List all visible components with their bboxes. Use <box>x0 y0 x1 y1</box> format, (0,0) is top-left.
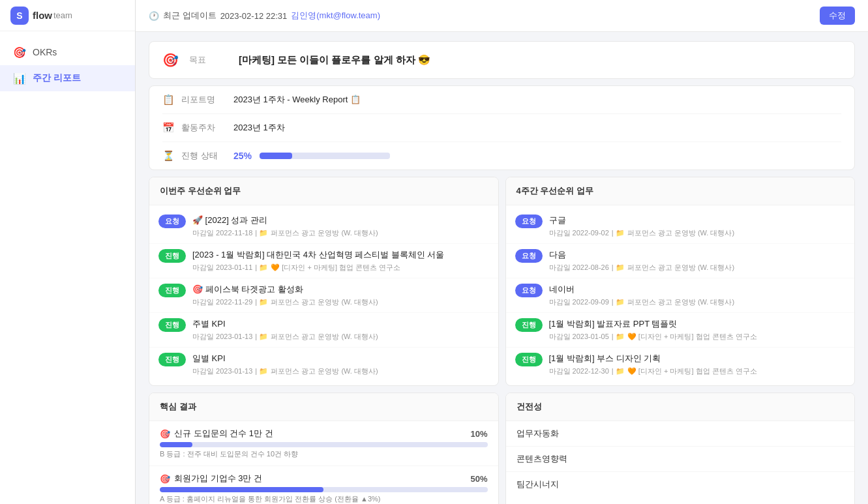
progress-bar-fill <box>260 153 292 159</box>
task-content: 구글 마감일 2022-09-02 | 📁 퍼포먼스 광고 운영방 (W. 대행… <box>549 215 846 238</box>
main-content: 🕐 최근 업데이트 2023-02-12 22:31 김인영(mkt@flow.… <box>136 0 868 504</box>
task-folder-icon: | 📁 <box>612 367 625 376</box>
task-folder-icon: | 📁 <box>255 263 268 272</box>
sidebar-nav: 🎯 OKRs 📊 주간 리포트 <box>0 31 135 99</box>
update-label: 최근 업데이트 <box>163 10 217 22</box>
progress-bar-bg <box>260 153 390 159</box>
task-meta: 마감일 2023-01-13 | 📁 퍼포먼스 광고 운영방 (W. 대행사) <box>192 332 489 342</box>
topbar: 🕐 최근 업데이트 2023-02-12 22:31 김인영(mkt@flow.… <box>136 0 868 32</box>
report-name-row: 📋 리포트명 2023년 1주차 - Weekly Report 📋 <box>162 86 841 114</box>
goal-label: 목표 <box>189 54 228 66</box>
result-pct: 50% <box>470 474 487 484</box>
edit-button[interactable]: 수정 <box>820 7 855 25</box>
task-channel: 🧡 [디자인 + 마케팅] 협업 콘텐츠 연구소 <box>627 332 757 342</box>
report-name-label: 리포트명 <box>181 94 233 106</box>
okrs-icon: 🎯 <box>13 46 26 59</box>
task-item[interactable]: 요청 다음 마감일 2022-08-26 | 📁 퍼포먼스 광고 운영방 (W.… <box>506 244 855 278</box>
this-week-task-list: 요청 🚀 [2022] 성과 관리 마감일 2022-11-18 | 📁 퍼포먼… <box>149 205 498 385</box>
sidebar-item-okrs[interactable]: 🎯 OKRs <box>0 39 135 65</box>
task-status-badge: 요청 <box>158 215 186 228</box>
task-status-badge: 요청 <box>515 249 543 263</box>
result-title-text: 신규 도입문의 건수 1만 건 <box>174 428 273 439</box>
report-period-value: 2023년 1주차 <box>233 122 285 134</box>
task-channel: 퍼포먼스 광고 운영방 (W. 대행사) <box>271 366 378 376</box>
task-channel: 퍼포먼스 광고 운영방 (W. 대행사) <box>627 228 734 238</box>
goal-icon: 🎯 <box>162 52 179 68</box>
sidebar-item-okrs-label: OKRs <box>33 47 57 57</box>
sidebar-item-weekly-report[interactable]: 📊 주간 리포트 <box>0 65 135 91</box>
task-folder-icon: | 📁 <box>255 229 268 237</box>
task-meta: 마감일 2023-01-11 | 📁 🧡 [디자인 + 마케팅] 협업 콘텐츠 … <box>192 263 489 273</box>
result-bar-fill <box>160 442 192 447</box>
task-item[interactable]: 진행 [1월 박람회] 발표자료 PPT 템플릿 마감일 2023-01-05 … <box>506 313 855 348</box>
task-status-badge: 요청 <box>515 215 543 228</box>
task-item[interactable]: 진행 🎯 페이스북 타겟광고 활성화 마감일 2022-11-29 | 📁 퍼포… <box>149 278 498 313</box>
task-channel: 퍼포먼스 광고 운영방 (W. 대행사) <box>271 332 378 342</box>
health-label: 팀간시너지 <box>516 479 559 490</box>
task-content: 🚀 [2022] 성과 관리 마감일 2022-11-18 | 📁 퍼포먼스 광… <box>192 215 489 238</box>
four-weeks-header: 4주간 우선순위 업무 <box>506 177 855 205</box>
report-name-value: 2023년 1주차 - Weekly Report 📋 <box>233 94 361 106</box>
task-title: 다음 <box>549 249 846 261</box>
logo-sub: team <box>53 10 72 20</box>
health-panel: 건전성 업무자동화콘텐츠영향력팀간시너지 <box>505 393 856 504</box>
task-status-badge: 진행 <box>158 353 186 366</box>
weekly-report-icon: 📊 <box>13 72 26 85</box>
task-deadline: 마감일 2022-08-26 <box>549 263 609 273</box>
result-title-text: 회원가입 기업수 3만 건 <box>174 473 262 484</box>
result-header: 🎯 회원가입 기업수 3만 건 50% <box>160 473 488 484</box>
result-bar-bg <box>160 442 488 447</box>
progress-icon: ⏳ <box>162 150 175 162</box>
report-progress-row: ⏳ 진행 상태 25% <box>162 142 841 170</box>
task-meta: 마감일 2023-01-05 | 📁 🧡 [디자인 + 마케팅] 협업 콘텐츠 … <box>549 332 846 342</box>
this-week-panel: 이번주 우선순위 업무 요청 🚀 [2022] 성과 관리 마감일 2022-1… <box>149 177 499 386</box>
result-item: 🎯 신규 도입문의 건수 1만 건 10% B 등급 : 전주 대비 도입문의 … <box>149 421 498 466</box>
result-icon: 🎯 <box>160 429 170 439</box>
task-title: [2023 - 1월 박람회] 대한민국 4차 산업혁명 페스티벌 블록체인 서… <box>192 249 489 261</box>
task-status-badge: 진행 <box>515 353 543 366</box>
task-item[interactable]: 진행 [2023 - 1월 박람회] 대한민국 4차 산업혁명 페스티벌 블록체… <box>149 244 498 278</box>
task-deadline: 마감일 2022-09-02 <box>549 228 609 238</box>
core-results-panel: 핵심 결과 🎯 신규 도입문의 건수 1만 건 10% B 등급 : 전주 대비… <box>149 393 499 504</box>
task-title: 🚀 [2022] 성과 관리 <box>192 215 489 226</box>
task-deadline: 마감일 2022-09-09 <box>549 297 609 307</box>
task-content: [1월 박람회] 부스 디자인 기획 마감일 2022-12-30 | 📁 🧡 … <box>549 353 846 376</box>
update-time: 2023-02-12 22:31 <box>220 11 288 21</box>
result-title: 🎯 회원가입 기업수 3만 건 <box>160 473 262 484</box>
report-period-row: 📅 활동주차 2023년 1주차 <box>162 114 841 142</box>
health-label: 콘텐츠영향력 <box>516 453 567 465</box>
task-item[interactable]: 진행 일별 KPI 마감일 2023-01-13 | 📁 퍼포먼스 광고 운영방… <box>149 348 498 381</box>
task-item[interactable]: 요청 구글 마감일 2022-09-02 | 📁 퍼포먼스 광고 운영방 (W.… <box>506 209 855 244</box>
task-meta: 마감일 2023-01-13 | 📁 퍼포먼스 광고 운영방 (W. 대행사) <box>192 366 489 376</box>
task-meta: 마감일 2022-09-02 | 📁 퍼포먼스 광고 운영방 (W. 대행사) <box>549 228 846 238</box>
task-meta: 마감일 2022-09-09 | 📁 퍼포먼스 광고 운영방 (W. 대행사) <box>549 297 846 307</box>
task-status-badge: 진행 <box>158 318 186 332</box>
progress-label: 진행 상태 <box>181 150 233 162</box>
task-content: [2023 - 1월 박람회] 대한민국 4차 산업혁명 페스티벌 블록체인 서… <box>192 249 489 273</box>
task-item[interactable]: 진행 주별 KPI 마감일 2023-01-13 | 📁 퍼포먼스 광고 운영방… <box>149 313 498 348</box>
task-item[interactable]: 요청 네이버 마감일 2022-09-09 | 📁 퍼포먼스 광고 운영방 (W… <box>506 278 855 313</box>
task-status-badge: 요청 <box>515 284 543 297</box>
result-header: 🎯 신규 도입문의 건수 1만 건 10% <box>160 428 488 439</box>
core-results-list: 🎯 신규 도입문의 건수 1만 건 10% B 등급 : 전주 대비 도입문의 … <box>149 421 498 504</box>
task-folder-icon: | 📁 <box>255 298 268 306</box>
result-bar-fill <box>160 487 323 492</box>
task-title: 네이버 <box>549 284 846 295</box>
task-meta: 마감일 2022-11-18 | 📁 퍼포먼스 광고 운영방 (W. 대행사) <box>192 228 489 238</box>
health-item: 업무자동화 <box>506 421 855 447</box>
health-list: 업무자동화콘텐츠영향력팀간시너지 <box>506 421 855 497</box>
task-folder-icon: | 📁 <box>612 298 625 306</box>
task-deadline: 마감일 2023-01-13 <box>192 332 252 342</box>
health-header: 건전성 <box>506 393 855 421</box>
result-desc: B 등급 : 전주 대비 도입문의 건수 10건 하향 <box>160 449 488 459</box>
task-title: [1월 박람회] 부스 디자인 기획 <box>549 353 846 364</box>
progress-pct: 25% <box>233 151 252 161</box>
task-meta: 마감일 2022-11-29 | 📁 퍼포먼스 광고 운영방 (W. 대행사) <box>192 297 489 307</box>
task-folder-icon: | 📁 <box>612 263 625 272</box>
core-results-header: 핵심 결과 <box>149 393 498 421</box>
sidebar-item-weekly-report-label: 주간 리포트 <box>33 72 81 84</box>
health-item: 팀간시너지 <box>506 472 855 497</box>
task-item[interactable]: 진행 [1월 박람회] 부스 디자인 기획 마감일 2022-12-30 | 📁… <box>506 348 855 381</box>
task-item[interactable]: 요청 🚀 [2022] 성과 관리 마감일 2022-11-18 | 📁 퍼포먼… <box>149 209 498 244</box>
task-title: 🎯 페이스북 타겟광고 활성화 <box>192 284 489 295</box>
